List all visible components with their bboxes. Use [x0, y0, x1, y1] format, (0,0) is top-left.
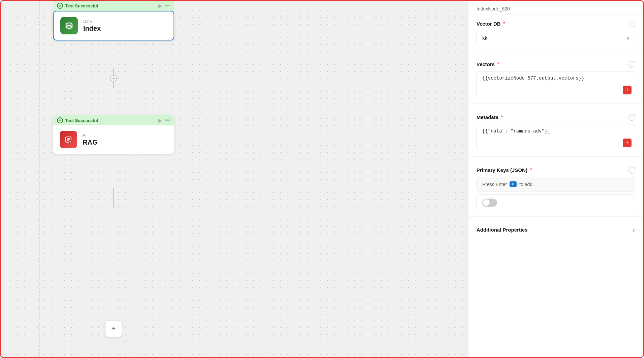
metadata-info-icon[interactable]: i — [628, 114, 635, 121]
vector-db-info-icon[interactable]: i — [628, 21, 635, 27]
vector-db-label-row: Vector DB * i — [477, 21, 635, 27]
vectors-info-icon[interactable]: i — [628, 61, 635, 68]
metadata-section: Metadata * i [{"data": "ramans_adv"}] + — [468, 108, 643, 152]
metadata-field[interactable]: [{"data": "ramans_adv"}] + — [477, 124, 635, 151]
vector-db-required: * — [503, 21, 505, 27]
rag-node-icon — [60, 131, 77, 148]
enter-key-badge: ↵ — [510, 181, 517, 187]
metadata-label-row: Metadata * i — [477, 114, 635, 121]
vectors-add-button[interactable]: + — [623, 86, 632, 94]
rag-node-text: AI RAG — [83, 133, 97, 146]
primary-keys-placeholder-prefix: Press Enter — [482, 182, 507, 187]
rag-check-icon: ✓ — [57, 117, 63, 123]
vectors-value: {{vectorizeNode_577.output.vectors}} — [482, 76, 630, 81]
primary-keys-input[interactable]: Press Enter ↵ to add. — [477, 177, 635, 191]
additional-properties-section[interactable]: Additional Properties ∨ — [468, 221, 643, 233]
rag-node-controls[interactable]: ▶ ••• — [158, 117, 170, 123]
vector-db-dropdown[interactable]: kk ∨ — [477, 31, 635, 45]
rag-node-status: Test Successful — [65, 118, 98, 123]
rag-play-icon[interactable]: ▶ — [158, 118, 162, 123]
canvas-area: ✓ Test Successful ▶ ••• — [1, 1, 468, 357]
index-node-wrapper: Data Index — [53, 11, 174, 40]
vector-db-section: Vector DB * i kk ∨ — [468, 14, 643, 47]
divider-2 — [468, 103, 643, 104]
metadata-value: [{"data": "ramans_adv"}] — [482, 128, 630, 134]
rag-node-name: RAG — [83, 139, 97, 146]
divider-4 — [468, 216, 643, 217]
vectors-title: Vectors * — [477, 61, 499, 67]
toggle-area — [477, 194, 635, 211]
top-play-icon[interactable]: ▶ — [158, 3, 162, 8]
rag-node-body: AI RAG — [53, 125, 174, 154]
right-panel: IndexNode_620 Vector DB * i kk ∨ — [468, 1, 643, 357]
index-node-text: Data Index — [83, 19, 101, 32]
add-node-button[interactable]: + — [105, 320, 122, 337]
vectors-field[interactable]: {{vectorizeNode_577.output.vectors}} + — [477, 71, 635, 98]
bottom-connector-line — [113, 188, 114, 208]
vector-db-value: kk — [482, 35, 487, 41]
main-container: ✓ Test Successful ▶ ••• — [0, 0, 644, 358]
vertical-line — [39, 1, 40, 357]
metadata-add-button[interactable]: + — [623, 139, 632, 147]
top-node-controls[interactable]: ▶ ••• — [158, 3, 170, 9]
vector-db-chevron-icon: ∨ — [626, 35, 630, 41]
rag-node-wrapper: ✓ Test Successful ▶ ••• — [53, 115, 174, 154]
primary-keys-title: Primary Keys (JSON) * — [477, 167, 532, 173]
vectors-section: Vectors * i {{vectorizeNode_577.output.v… — [468, 55, 643, 99]
top-node-status: Test Successful — [65, 3, 98, 8]
index-node-icon — [60, 17, 78, 34]
metadata-required: * — [501, 114, 503, 120]
toggle-switch[interactable] — [482, 199, 497, 207]
metadata-title: Metadata * — [477, 114, 503, 120]
rag-node-header: ✓ Test Successful ▶ ••• — [53, 115, 174, 125]
top-dots-icon[interactable]: ••• — [164, 3, 170, 9]
svg-point-2 — [71, 27, 72, 28]
index-node-body: Data Index — [54, 11, 174, 40]
primary-keys-info-icon[interactable]: i — [628, 167, 635, 174]
vectors-label-row: Vectors * i — [477, 61, 635, 68]
rag-node-header-left: ✓ Test Successful — [57, 117, 98, 123]
additional-props-chevron-icon: ∨ — [632, 227, 635, 233]
vector-db-title: Vector DB * — [477, 21, 505, 27]
vectors-required: * — [497, 61, 499, 67]
index-node-type: Data — [83, 19, 101, 24]
rag-node-type: AI — [83, 133, 97, 138]
primary-keys-label-row: Primary Keys (JSON) * i — [477, 167, 635, 174]
primary-keys-section: Primary Keys (JSON) * i Press Enter ↵ to… — [468, 161, 643, 212]
primary-keys-placeholder-suffix: to add. — [519, 182, 534, 187]
connector-plus-button[interactable]: + — [110, 75, 117, 82]
rag-node-card[interactable]: ✓ Test Successful ▶ ••• — [53, 115, 174, 154]
divider-3 — [468, 156, 643, 157]
top-check-icon: ✓ — [57, 3, 63, 9]
rag-dots-icon[interactable]: ••• — [164, 117, 170, 123]
top-node-strip: ✓ Test Successful ▶ ••• — [53, 1, 174, 11]
top-node-header-left: ✓ Test Successful — [57, 3, 98, 9]
index-node-name: Index — [83, 25, 101, 32]
top-node-header: ✓ Test Successful ▶ ••• — [53, 1, 174, 11]
panel-node-id: IndexNode_620 — [468, 1, 643, 14]
divider-1 — [468, 51, 643, 51]
primary-keys-required: * — [530, 167, 532, 173]
index-node-card[interactable]: Data Index — [53, 11, 174, 40]
additional-props-label: Additional Properties — [477, 227, 528, 233]
